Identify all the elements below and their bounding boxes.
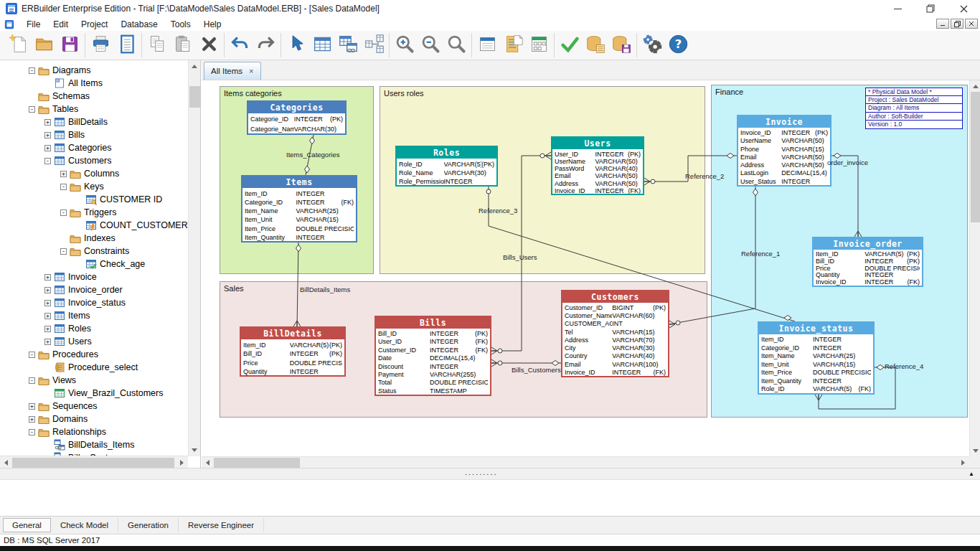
expand-minus-icon[interactable]: - [29, 106, 35, 113]
sidebar-item-view-brazil-customers[interactable]: View_Brazil_Customers [0, 387, 188, 400]
scroll-thumb[interactable] [12, 458, 174, 468]
sidebar-item-count-customers[interactable]: COUNT_CUSTOMERS [0, 219, 188, 232]
toolbar-settings-gears-button[interactable] [639, 33, 665, 57]
expand-plus-icon[interactable]: + [44, 132, 51, 138]
toolbar-save-button[interactable] [57, 33, 83, 57]
sidebar-item-check-age[interactable]: Check_age [0, 258, 188, 270]
sidebar-item-constraints[interactable]: -Constraints [0, 245, 188, 258]
entity-table-customers[interactable]: CustomersCustomer_IDBIGINT(PK)Customer_N… [561, 290, 669, 377]
sidebar-horizontal-scrollbar[interactable] [0, 456, 188, 468]
expand-minus-icon[interactable]: - [60, 184, 67, 190]
toolbar-list-view-button[interactable] [474, 33, 500, 57]
toolbar-zoom-in-button[interactable] [392, 33, 418, 57]
toolbar-help-button[interactable]: ? [665, 33, 691, 57]
sidebar-item-domains[interactable]: +Domains [0, 413, 188, 425]
toolbar-delete-button[interactable] [196, 33, 222, 57]
sidebar-item-customers[interactable]: -Customers [0, 154, 188, 167]
sidebar-item-indexes[interactable]: Indexes [0, 232, 188, 245]
expand-plus-icon[interactable]: + [44, 313, 51, 319]
expand-plus-icon[interactable]: + [44, 119, 51, 126]
sidebar-vertical-scrollbar[interactable] [188, 60, 200, 456]
sidebar-item-invoice-order[interactable]: +Invoice_order [0, 283, 188, 296]
relationship-billdetails-items[interactable] [293, 242, 301, 326]
scroll-left-arrow[interactable] [0, 457, 11, 468]
sidebar-item-views[interactable]: -Views [0, 374, 188, 387]
toolbar-zoom-out-button[interactable] [418, 33, 443, 57]
scroll-thumb[interactable] [971, 92, 980, 222]
entity-table-bills[interactable]: BillsBill_IDINTEGER(PK)User_IDINTEGER(FK… [374, 316, 491, 396]
expand-minus-icon[interactable]: - [29, 352, 35, 358]
diagram-canvas[interactable]: Items categoriesUsers rolesSalesFinanceI… [202, 80, 969, 456]
scroll-up-arrow[interactable] [189, 60, 200, 72]
sidebar-item-all-items[interactable]: All Items [0, 77, 188, 90]
sidebar-item-sequences[interactable]: +Sequences [0, 400, 188, 413]
sidebar-item-relationships[interactable]: -Relationships [0, 425, 188, 438]
close-button[interactable] [947, 0, 980, 17]
entity-table-categories[interactable]: CategoriesCategorie_IDINTEGER(PK)Categor… [247, 100, 347, 135]
scroll-thumb[interactable] [189, 86, 200, 108]
toolbar-zoom-search-button[interactable] [443, 33, 469, 57]
scroll-right-arrow[interactable] [176, 457, 188, 468]
bottom-tab-check-model[interactable]: Check Model [51, 518, 118, 532]
expand-plus-icon[interactable]: + [44, 339, 51, 345]
toolbar-report-button[interactable] [113, 33, 139, 57]
toolbar-generate-database-button[interactable] [583, 33, 608, 57]
expand-minus-icon[interactable]: - [44, 158, 51, 164]
toolbar-model-hierarchy-button[interactable] [361, 33, 387, 57]
scroll-down-arrow[interactable] [970, 446, 980, 457]
expand-plus-icon[interactable]: + [29, 416, 35, 423]
sidebar-item-tables[interactable]: -Tables [0, 103, 188, 116]
expand-plus-icon[interactable]: + [44, 145, 51, 151]
tab-all-items[interactable]: All Items × [204, 62, 261, 80]
sidebar-item-columns[interactable]: +Columns [0, 167, 188, 180]
expand-minus-icon[interactable]: - [29, 429, 35, 435]
toolbar-table-relationship-button[interactable] [335, 33, 361, 57]
toolbar-print-button[interactable] [88, 33, 113, 57]
expand-minus-icon[interactable]: - [60, 209, 67, 216]
entity-table-invoice-order[interactable]: Invoice_orderItem_IDVARCHAR(5)(PK)Bill_I… [812, 237, 923, 287]
menu-file[interactable]: File [20, 18, 47, 31]
toolbar-undo-button[interactable] [227, 33, 253, 57]
scroll-right-arrow[interactable] [958, 457, 969, 468]
sidebar-item-triggers[interactable]: -Triggers [0, 206, 188, 219]
minimize-button[interactable] [881, 0, 914, 17]
expand-plus-icon[interactable]: + [44, 326, 51, 332]
toolbar-table-button[interactable] [309, 33, 335, 57]
sidebar-item-procedure-select[interactable]: Procedure_select [0, 361, 188, 374]
scroll-down-arrow[interactable] [189, 445, 200, 456]
canvas-horizontal-scrollbar[interactable] [202, 456, 969, 468]
mdi-restore-button[interactable] [951, 19, 963, 29]
expand-minus-icon[interactable]: - [60, 248, 67, 255]
sidebar-item-invoice-status[interactable]: +Invoice_status [0, 296, 188, 309]
relationship-reference-2[interactable] [644, 154, 737, 186]
expand-plus-icon[interactable]: + [44, 274, 51, 281]
bottom-tab-reverse-engineer[interactable]: Reverse Engineer [179, 518, 264, 532]
collapse-panel-icon[interactable]: ▲ [969, 471, 974, 477]
toolbar-grid-view-button[interactable] [526, 33, 552, 57]
menu-tools[interactable]: Tools [164, 18, 197, 31]
scroll-thumb[interactable] [214, 458, 300, 468]
sidebar-item-roles[interactable]: +Roles [0, 322, 188, 335]
entity-table-users[interactable]: UsersUser_IDINTEGER(PK)UserNameVARCHAR(5… [551, 136, 644, 195]
tab-close-icon[interactable]: × [249, 67, 253, 75]
toolbar-document-report-button[interactable] [500, 33, 526, 57]
sidebar-item-billdetails-items[interactable]: BillDetails_Items [0, 438, 188, 451]
sidebar-item-users[interactable]: +Users [0, 335, 188, 348]
scroll-left-arrow[interactable] [202, 457, 213, 468]
sidebar-item-procedures[interactable]: -Procedures [0, 348, 188, 361]
diagram-info-box[interactable]: * Physical Data Model *Project : Sales D… [865, 88, 963, 129]
sidebar-item-invoice[interactable]: +Invoice [0, 270, 188, 283]
sidebar-item-customer-id[interactable]: CUSTOMER ID [0, 193, 188, 206]
splitter-handle[interactable]: ......... [465, 468, 498, 476]
horizontal-splitter[interactable]: ......... ▲ [0, 468, 980, 479]
sidebar-item-billdetails[interactable]: +BillDetails [0, 116, 188, 128]
canvas-vertical-scrollbar[interactable] [969, 80, 980, 468]
sidebar-item-items[interactable]: +Items [0, 309, 188, 322]
mdi-minimize-button[interactable] [936, 19, 949, 29]
expand-plus-icon[interactable]: + [44, 287, 51, 293]
toolbar-paste-button[interactable] [170, 33, 196, 57]
sidebar-item-diagrams[interactable]: -Diagrams [0, 64, 188, 77]
bottom-tab-general[interactable]: General [3, 518, 51, 532]
expand-plus-icon[interactable]: + [29, 403, 35, 410]
menu-help[interactable]: Help [197, 18, 228, 31]
